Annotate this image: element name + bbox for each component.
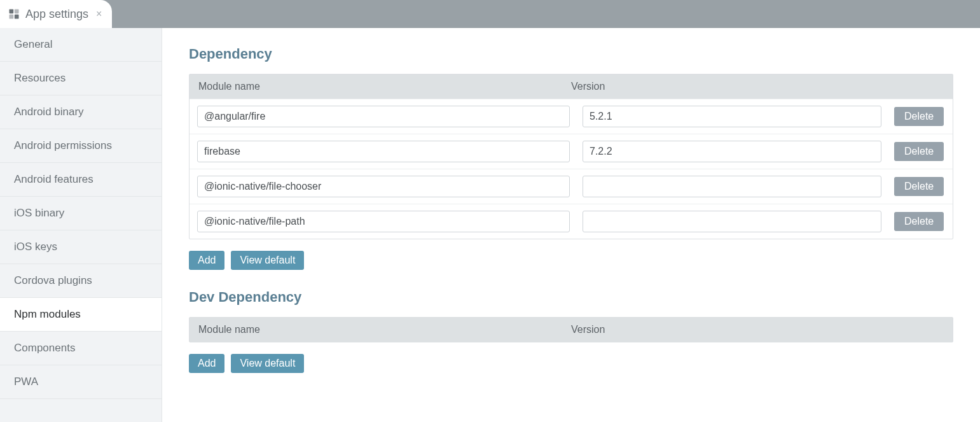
delete-button[interactable]: Delete [894,177,944,196]
svg-rect-2 [10,15,14,19]
sidebar: GeneralResourcesAndroid binaryAndroid pe… [0,28,162,422]
tab-app-settings[interactable]: App settings × [0,0,112,28]
settings-icon [8,8,20,20]
section-title-dependency: Dependency [189,46,953,62]
tab-title: App settings [25,8,88,21]
view-default-button[interactable]: View default [231,354,304,373]
table-row: Delete [190,99,953,134]
col-header-version: Version [562,74,953,99]
view-default-button[interactable]: View default [231,251,304,270]
delete-button[interactable]: Delete [894,107,944,126]
add-button[interactable]: Add [189,251,224,270]
cell-version [583,176,881,197]
sidebar-item-cordova-plugins[interactable]: Cordova plugins [0,264,162,298]
sidebar-item-npm-modules[interactable]: Npm modules [0,298,162,332]
svg-rect-0 [10,10,14,14]
sidebar-item-resources[interactable]: Resources [0,62,162,95]
sidebar-item-general[interactable]: General [0,28,162,62]
sidebar-item-android-binary[interactable]: Android binary [0,95,162,129]
cell-version [583,106,881,127]
module-name-input[interactable] [197,106,570,127]
sidebar-item-android-permissions[interactable]: Android permissions [0,129,162,163]
dependency-table-header: Module name Version [190,74,953,99]
table-row: Delete [190,204,953,239]
module-version-input[interactable] [583,106,881,127]
sidebar-item-pwa[interactable]: PWA [0,365,162,399]
table-row: Delete [190,169,953,204]
close-icon[interactable]: × [96,8,102,20]
delete-button[interactable]: Delete [894,212,944,231]
module-version-input[interactable] [583,176,881,197]
sidebar-item-android-features[interactable]: Android features [0,163,162,197]
module-version-input[interactable] [583,211,881,232]
sidebar-item-components[interactable]: Components [0,332,162,365]
module-version-input[interactable] [583,141,881,162]
dependency-table: Module name Version DeleteDeleteDeleteDe… [189,74,953,239]
cell-action: Delete [894,177,958,196]
cell-name [197,211,570,232]
cell-version [583,211,881,232]
sidebar-item-ios-keys[interactable]: iOS keys [0,230,162,264]
section-title-dev-dependency: Dev Dependency [189,289,953,306]
main-area: GeneralResourcesAndroid binaryAndroid pe… [0,28,980,422]
content: Dependency Module name Version DeleteDel… [162,28,980,422]
module-name-input[interactable] [197,211,570,232]
cell-name [197,176,570,197]
cell-name [197,141,570,162]
col-header-name: Module name [190,318,562,342]
col-header-version: Version [562,318,953,342]
module-name-input[interactable] [197,141,570,162]
dependency-buttons: Add View default [189,251,953,270]
topbar: App settings × [0,0,980,28]
cell-name [197,106,570,127]
cell-action: Delete [894,142,958,161]
module-name-input[interactable] [197,176,570,197]
sidebar-item-ios-binary[interactable]: iOS binary [0,197,162,230]
col-header-name: Module name [190,74,562,99]
add-button[interactable]: Add [189,354,224,373]
cell-version [583,141,881,162]
dev-dependency-table: Module name Version [189,317,953,342]
dev-dependency-table-header: Module name Version [190,318,953,342]
cell-action: Delete [894,107,958,126]
svg-rect-1 [15,10,19,14]
table-row: Delete [190,134,953,169]
dev-dependency-buttons: Add View default [189,354,953,373]
delete-button[interactable]: Delete [894,142,944,161]
cell-action: Delete [894,212,958,231]
svg-rect-3 [15,15,19,19]
